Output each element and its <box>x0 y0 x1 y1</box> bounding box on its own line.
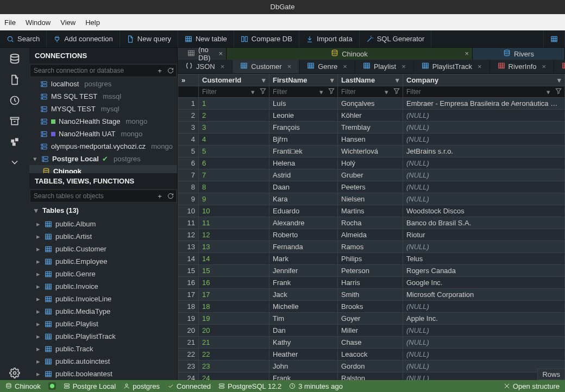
status-open-structure[interactable]: Open structure <box>504 382 560 390</box>
cell[interactable]: Hansen <box>338 134 403 146</box>
connection-item[interactable]: Nano2Health UATmongo <box>29 128 177 140</box>
cell[interactable]: (NULL) <box>403 122 565 134</box>
table-row[interactable]: 1818MichelleBrooks(NULL) <box>178 301 565 313</box>
rail-history-icon[interactable] <box>8 93 22 108</box>
db-tab-nodb[interactable]: (no DB)× <box>178 48 227 60</box>
cell[interactable]: 24 <box>199 372 269 381</box>
cell[interactable]: Peeters <box>338 181 403 193</box>
cell[interactable]: 20 <box>199 325 269 337</box>
table-row[interactable]: 2323JohnGordon(NULL) <box>178 361 565 372</box>
toolbar-import-data[interactable]: Import data <box>299 30 360 47</box>
toolbar-right-table[interactable] <box>543 30 565 47</box>
cell[interactable]: Microsoft Corporation <box>403 289 565 301</box>
filter-input[interactable] <box>403 86 544 97</box>
cell[interactable]: 16 <box>199 277 269 289</box>
cell[interactable]: 18 <box>199 301 269 313</box>
connection-item[interactable]: MS SQL TESTmssql <box>29 90 177 103</box>
cell[interactable]: 15 <box>199 265 269 277</box>
cell[interactable]: Philips <box>338 253 403 265</box>
connection-item[interactable]: localhostpostgres <box>29 78 177 90</box>
cell[interactable]: 2 <box>199 110 269 122</box>
funnel-icon[interactable] <box>553 87 564 97</box>
cell[interactable]: Almeida <box>338 229 403 241</box>
cell[interactable]: 6 <box>199 157 269 169</box>
cell[interactable]: (NULL) <box>403 349 565 361</box>
close-icon[interactable]: × <box>287 62 292 71</box>
status-server[interactable]: Postgre Local <box>64 382 116 390</box>
cell[interactable]: Tremblay <box>338 122 403 134</box>
cell[interactable]: Gruber <box>338 169 403 181</box>
refresh-button[interactable] <box>165 191 176 201</box>
cell[interactable]: 5 <box>199 146 269 157</box>
cell[interactable]: 14 <box>199 253 269 265</box>
table-row[interactable]: 2424FrankRalston(NULL) <box>178 372 565 381</box>
table-row[interactable]: 1313FernandaRamos(NULL) <box>178 241 565 253</box>
cell[interactable]: Helena <box>269 157 338 169</box>
object-tab[interactable]: Genre× <box>299 60 355 73</box>
cell[interactable]: Goyer <box>338 313 403 325</box>
table-item[interactable]: ▸public.Genre <box>29 268 177 280</box>
table-row[interactable]: 77AstridGruber(NULL) <box>178 169 565 181</box>
funnel-icon[interactable] <box>257 87 269 97</box>
filter-input[interactable] <box>338 86 382 97</box>
cell[interactable]: (NULL) <box>403 110 565 122</box>
status-db[interactable]: Chinook <box>5 382 41 390</box>
table-item[interactable]: ▸public.Album <box>29 218 177 230</box>
menu-view[interactable]: View <box>60 18 76 27</box>
table-item[interactable]: ▸public.Artist <box>29 230 177 243</box>
database-item[interactable]: Chinook <box>29 165 177 173</box>
cell[interactable]: Riotur <box>403 229 565 241</box>
add-button[interactable]: + <box>154 65 165 76</box>
filter-input[interactable] <box>269 86 317 97</box>
cell[interactable]: Ramos <box>338 241 403 253</box>
cell[interactable]: Köhler <box>338 110 403 122</box>
connection-item[interactable]: Nano2Health Stagemongo <box>29 115 177 128</box>
table-row[interactable]: 55Franti□ekWichterlováJetBrains s.r.o. <box>178 146 565 157</box>
table-row[interactable]: 88DaanPeeters(NULL) <box>178 181 565 193</box>
cell[interactable]: François <box>269 122 338 134</box>
table-row[interactable]: 1717JackSmithMicrosoft Corporation <box>178 289 565 301</box>
cell[interactable]: Mark <box>269 253 338 265</box>
column-header[interactable]: CustomerId▾ <box>199 74 269 86</box>
cell[interactable]: 9 <box>199 193 269 205</box>
toolbar-compare-db[interactable]: Compare DB <box>234 30 299 47</box>
table-item[interactable]: ▸public.Track <box>29 343 177 355</box>
cell[interactable]: (NULL) <box>403 337 565 349</box>
toolbar-add-connection[interactable]: Add connection <box>47 30 120 47</box>
cell[interactable]: Brooks <box>338 301 403 313</box>
cell[interactable]: Alexandre <box>269 217 338 229</box>
cell[interactable]: JetBrains s.r.o. <box>403 146 565 157</box>
cell[interactable]: Nielsen <box>338 193 403 205</box>
refresh-button[interactable] <box>165 65 176 76</box>
cell[interactable]: Apple Inc. <box>403 313 565 325</box>
cell[interactable]: Kara <box>269 193 338 205</box>
cell[interactable]: Wichterlová <box>338 146 403 157</box>
cell[interactable]: Gonçalves <box>338 98 403 110</box>
cell[interactable]: Jennifer <box>269 265 338 277</box>
cell[interactable]: 19 <box>199 313 269 325</box>
cell[interactable]: Astrid <box>269 169 338 181</box>
cell[interactable]: Daan <box>269 181 338 193</box>
close-icon[interactable]: × <box>221 62 225 71</box>
toolbar-search[interactable]: Search <box>0 30 47 47</box>
cell[interactable]: Franti□ek <box>269 146 338 157</box>
cell[interactable]: 8 <box>199 181 269 193</box>
rownum-header[interactable]: » <box>178 74 199 86</box>
cell[interactable]: (NULL) <box>403 169 565 181</box>
object-tab[interactable]: RiverInfo× <box>490 60 555 73</box>
object-tab[interactable]: Customer× <box>233 60 299 73</box>
chevron-down-icon[interactable]: ▾ <box>382 88 391 96</box>
cell[interactable]: Frank <box>269 372 338 381</box>
rail-chevron-icon[interactable] <box>8 155 22 169</box>
table-row[interactable]: 1111AlexandreRochaBanco do Brasil S.A. <box>178 217 565 229</box>
table-row[interactable]: 2121KathyChase(NULL) <box>178 337 565 349</box>
menu-help[interactable]: Help <box>85 18 100 27</box>
table-item[interactable]: ▸public.PlaylistTrack <box>29 330 177 343</box>
cell[interactable]: (NULL) <box>403 157 565 169</box>
table-row[interactable]: 44BjřrnHansen(NULL) <box>178 134 565 146</box>
cell[interactable]: Woodstock Discos <box>403 205 565 217</box>
cell[interactable]: (NULL) <box>403 181 565 193</box>
table-row[interactable]: 1212RobertoAlmeidaRiotur <box>178 229 565 241</box>
table-row[interactable]: 1515JenniferPetersonRogers Canada <box>178 265 565 277</box>
table-row[interactable]: 1919TimGoyerApple Inc. <box>178 313 565 325</box>
